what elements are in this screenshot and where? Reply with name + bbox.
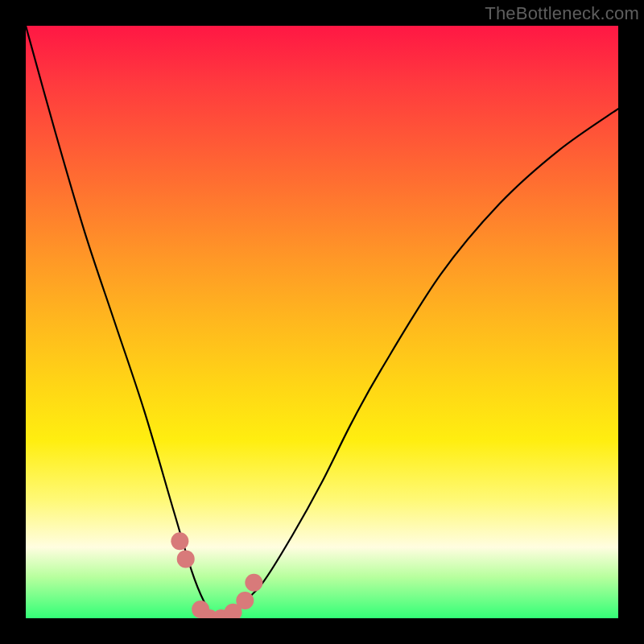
chart-frame: TheBottleneck.com — [0, 0, 644, 644]
marker-point — [245, 574, 262, 592]
series-group — [26, 26, 618, 618]
marker-point — [177, 550, 195, 568]
marker-point — [171, 532, 188, 550]
markers-group — [171, 532, 262, 618]
marker-point — [236, 592, 254, 609]
chart-svg — [26, 26, 618, 618]
plot-area — [26, 26, 618, 618]
watermark: TheBottleneck.com — [485, 3, 639, 24]
series-line — [26, 26, 618, 618]
